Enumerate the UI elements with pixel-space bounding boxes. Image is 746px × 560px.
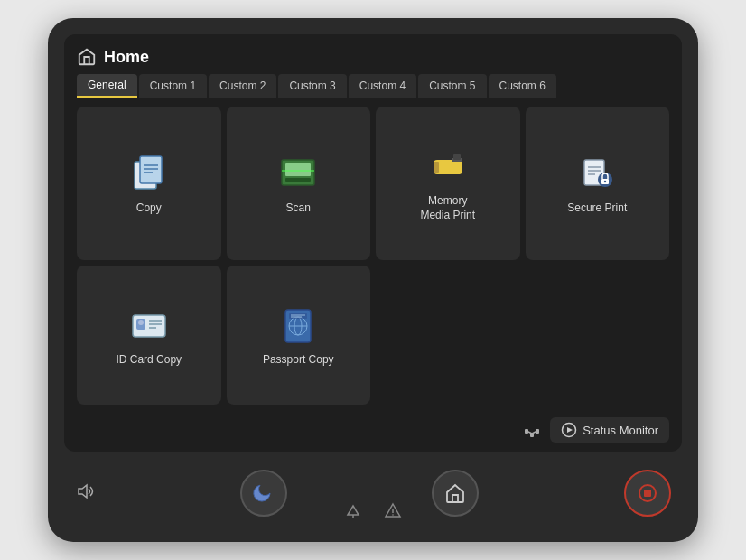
scan-label: Scan <box>286 201 311 216</box>
device-body: Home General Custom 1 Custom 2 Custom 3 … <box>48 18 698 542</box>
copy-icon <box>127 151 171 194</box>
tab-custom6[interactable]: Custom 6 <box>489 74 556 98</box>
tabs-row: General Custom 1 Custom 2 Custom 3 Custo… <box>77 74 669 98</box>
status-monitor-label: Status Monitor <box>583 424 658 437</box>
indicator-arrow <box>344 502 362 524</box>
svg-rect-7 <box>285 178 311 182</box>
passport-copy-label: Passport Copy <box>263 353 334 368</box>
status-monitor-button[interactable]: Status Monitor <box>550 417 669 443</box>
indicator-buttons <box>344 502 402 524</box>
speaker-icon <box>75 481 95 506</box>
copy-label: Copy <box>136 201 162 216</box>
home-header-icon <box>77 47 97 67</box>
app-tile-copy[interactable]: Copy <box>77 107 221 260</box>
svg-rect-42 <box>644 490 651 497</box>
sleep-button[interactable] <box>240 470 287 517</box>
app-tile-memory-media-print[interactable]: MemoryMedia Print <box>376 107 520 260</box>
svg-rect-10 <box>434 162 439 173</box>
svg-rect-1 <box>140 156 162 183</box>
usb-icon <box>426 144 470 187</box>
secure-print-label: Secure Print <box>567 201 627 216</box>
home-button[interactable] <box>432 470 479 517</box>
svg-rect-6 <box>285 163 311 176</box>
tab-custom3[interactable]: Custom 3 <box>278 74 346 98</box>
app-tile-secure-print[interactable]: Secure Print <box>526 107 670 260</box>
tab-custom4[interactable]: Custom 4 <box>349 74 416 98</box>
passport-icon <box>276 303 320 346</box>
secure-print-icon <box>575 151 619 194</box>
svg-marker-43 <box>348 506 359 515</box>
stop-button[interactable] <box>624 470 671 517</box>
svg-rect-30 <box>289 313 307 319</box>
indicator-warning <box>384 502 402 524</box>
svg-rect-33 <box>530 434 534 437</box>
scan-icon <box>276 151 320 194</box>
tab-custom2[interactable]: Custom 2 <box>209 74 276 98</box>
apps-grid: Copy Scan Memory <box>77 107 669 405</box>
network-icon <box>523 423 541 437</box>
app-tile-id-card-copy[interactable]: ID Card Copy <box>77 266 221 405</box>
app-tile-passport-copy[interactable]: Passport Copy <box>227 266 371 405</box>
memory-media-print-label: MemoryMedia Print <box>420 194 475 222</box>
page-title: Home <box>104 48 149 67</box>
svg-marker-40 <box>79 485 87 498</box>
screen-footer: Status Monitor <box>77 412 669 443</box>
id-card-copy-label: ID Card Copy <box>116 353 182 368</box>
screen-header: Home <box>77 47 669 67</box>
svg-point-47 <box>392 514 394 516</box>
tab-general[interactable]: General <box>77 74 137 98</box>
control-bar <box>64 461 682 526</box>
id-card-icon <box>127 303 171 346</box>
tab-custom5[interactable]: Custom 5 <box>418 74 486 98</box>
svg-marker-39 <box>567 427 573 433</box>
app-tile-scan[interactable]: Scan <box>227 107 371 260</box>
tab-custom1[interactable]: Custom 1 <box>139 74 207 98</box>
svg-rect-12 <box>453 154 461 160</box>
svg-point-22 <box>138 320 144 325</box>
status-monitor-icon <box>561 422 577 438</box>
svg-point-19 <box>604 181 606 182</box>
screen: Home General Custom 1 Custom 2 Custom 3 … <box>64 34 682 452</box>
